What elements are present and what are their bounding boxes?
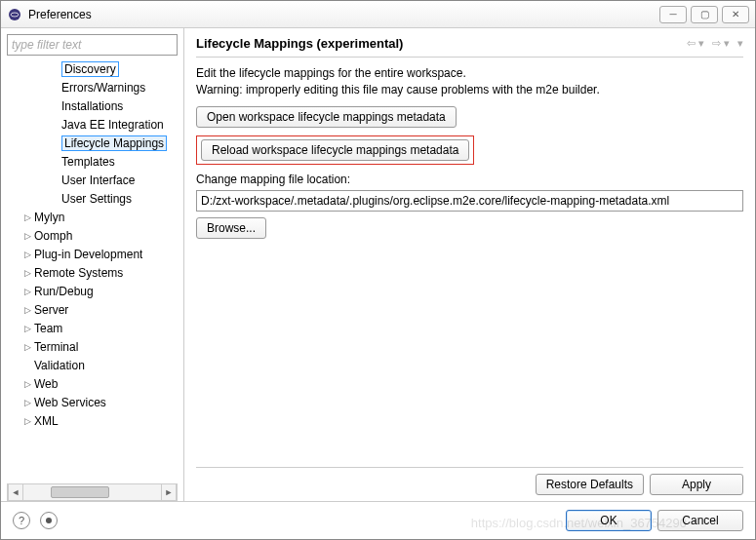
menu-button[interactable]: ▾ [737,37,743,50]
scroll-thumb[interactable] [51,486,109,498]
expand-icon[interactable]: ▷ [20,250,34,259]
expand-icon[interactable]: ▷ [20,342,34,352]
tree-item[interactable]: Templates [7,152,178,171]
apply-button[interactable]: Apply [650,474,743,495]
preferences-window: Preferences ─ ▢ ✕ DiscoveryErrors/Warnin… [0,0,756,540]
expand-icon[interactable]: ▷ [20,305,34,315]
tree-item-label: Installations [61,99,123,113]
tree-item-label: Java EE Integration [61,118,164,132]
location-input[interactable] [196,190,743,212]
help-icon[interactable]: ? [13,512,30,529]
description-line2: Warning: improperly editing this file ma… [196,82,743,98]
tree-item[interactable]: ▷Oomph [7,226,178,245]
tree-item[interactable]: Lifecycle Mappings [7,134,178,152]
expand-icon[interactable]: ▷ [20,324,34,333]
panel-footer: Restore Defaults Apply [196,467,743,495]
tree-item[interactable]: Errors/Warnings [7,78,178,96]
tree-item-label: User Settings [61,192,132,206]
tree-item-label: Run/Debug [34,285,94,298]
tree-item-label: Web [34,377,58,391]
window-controls: ─ ▢ ✕ [659,6,749,23]
preferences-tree[interactable]: DiscoveryErrors/WarningsInstallationsJav… [7,59,178,482]
tree-item-label: Team [34,322,62,335]
tree-item-label: User Interface [61,174,135,187]
expand-icon[interactable]: ▷ [20,212,34,222]
tree-item-label: Server [34,303,68,317]
location-label: Change mapping file location: [196,173,743,186]
tree-item[interactable]: ▷Web Services [7,393,178,411]
tree-item-label: Errors/Warnings [61,81,145,95]
sidebar: DiscoveryErrors/WarningsInstallationsJav… [1,28,184,501]
tree-item[interactable]: ▷Web [7,374,178,393]
tree-item[interactable]: ▷Remote Systems [7,263,178,282]
open-metadata-button[interactable]: Open workspace lifecycle mappings metada… [196,106,457,128]
page-title: Lifecycle Mappings (experimental) [196,36,687,51]
expand-icon[interactable]: ▷ [20,416,34,426]
tree-item-label: Remote Systems [34,266,123,280]
tree-item-label: Plug-in Development [34,248,142,261]
titlebar: Preferences ─ ▢ ✕ [1,1,755,28]
expand-icon[interactable]: ▷ [20,268,34,278]
restore-defaults-button[interactable]: Restore Defaults [536,474,644,495]
cancel-button[interactable]: Cancel [657,510,743,531]
tree-item[interactable]: Installations [7,96,178,115]
reload-metadata-button[interactable]: Reload workspace lifecycle mappings meta… [201,139,469,161]
tree-item[interactable]: ▷XML [7,411,178,430]
scroll-right-icon[interactable]: ► [161,484,177,500]
scroll-track[interactable] [23,484,161,500]
dialog-footer: ? OK Cancel https://blog.csdn.net/weixin… [1,501,755,539]
tree-item-label: Terminal [34,340,78,354]
content-area: DiscoveryErrors/WarningsInstallationsJav… [1,28,755,501]
expand-icon[interactable]: ▷ [20,379,34,389]
scroll-left-icon[interactable]: ◄ [8,484,23,500]
highlighted-reload-area: Reload workspace lifecycle mappings meta… [196,135,474,165]
eclipse-icon [7,7,22,22]
tree-item-label: Web Services [34,396,106,409]
filter-input[interactable] [7,34,178,56]
tree-item-label: Lifecycle Mappings [61,135,167,151]
tree-item[interactable]: Validation [7,356,178,374]
panel-header: Lifecycle Mappings (experimental) ⇦ ▾ ⇨ … [196,36,743,58]
horizontal-scrollbar[interactable]: ◄ ► [7,483,178,501]
description: Edit the lifecycle mappings for the enti… [196,65,743,98]
tree-item-label: Validation [34,359,85,372]
tree-item-label: Oomph [34,229,72,243]
panel-body: Edit the lifecycle mappings for the enti… [196,65,743,467]
browse-button[interactable]: Browse... [196,217,266,239]
tree-item[interactable]: ▷Mylyn [7,208,178,226]
tree-item[interactable]: User Settings [7,189,178,208]
record-icon[interactable] [40,512,58,529]
svg-point-2 [46,518,52,523]
expand-icon[interactable]: ▷ [20,398,34,407]
main-panel: Lifecycle Mappings (experimental) ⇦ ▾ ⇨ … [184,28,755,501]
tree-item[interactable]: User Interface [7,171,178,189]
forward-button[interactable]: ⇨ ▾ [712,37,730,50]
tree-item[interactable]: ▷Server [7,300,178,319]
nav-arrows: ⇦ ▾ ⇨ ▾ ▾ [687,37,743,50]
description-line1: Edit the lifecycle mappings for the enti… [196,65,743,82]
window-title: Preferences [28,8,659,21]
tree-item-label: XML [34,414,59,428]
close-button[interactable]: ✕ [722,6,749,23]
back-button[interactable]: ⇦ ▾ [687,37,704,50]
tree-item[interactable]: ▷Team [7,319,178,337]
maximize-button[interactable]: ▢ [691,6,718,23]
tree-item[interactable]: Discovery [7,59,178,78]
tree-item[interactable]: ▷Run/Debug [7,282,178,300]
tree-item-label: Templates [61,155,115,169]
expand-icon[interactable]: ▷ [20,287,34,296]
tree-item[interactable]: Java EE Integration [7,115,178,134]
ok-button[interactable]: OK [566,510,652,531]
tree-item-label: Discovery [61,61,119,77]
expand-icon[interactable]: ▷ [20,231,34,241]
tree-item[interactable]: ▷Plug-in Development [7,245,178,263]
minimize-button[interactable]: ─ [659,6,687,23]
tree-item[interactable]: ▷Terminal [7,337,178,356]
tree-item-label: Mylyn [34,211,64,224]
